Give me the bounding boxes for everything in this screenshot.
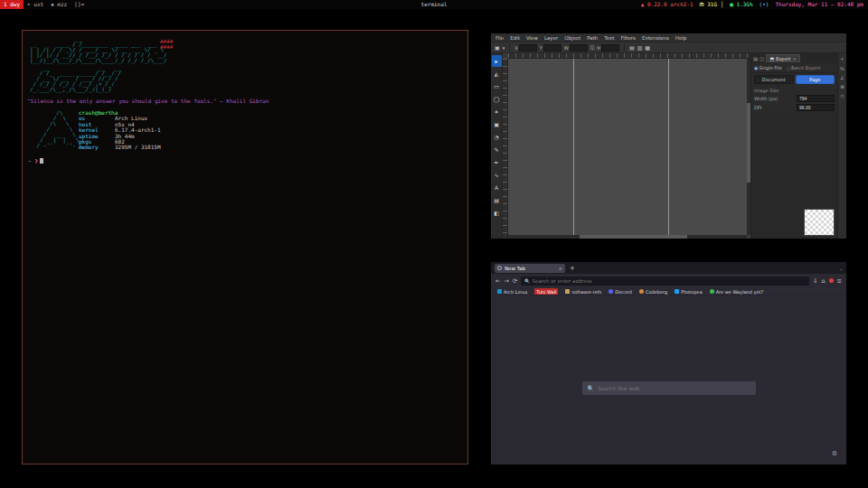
bookmark-photopea[interactable]: Photopea [675,289,703,295]
menu-edit[interactable]: Edit [510,35,520,41]
workspace-tag-3[interactable]: ▪ mzz [47,0,71,9]
y-input[interactable] [543,44,561,52]
snap-grid-icon[interactable]: ⊞ [840,84,844,89]
menu-extensions[interactable]: Extensions [642,35,669,41]
web-search-box[interactable]: 🔍 [582,381,756,395]
menu-view[interactable]: View [526,35,538,41]
inkscape-canvas[interactable] [508,59,747,235]
scale-stroke-icon[interactable]: ▤ [629,44,635,51]
export-width-input[interactable] [797,95,835,102]
x-input[interactable] [519,44,537,52]
w-input[interactable] [570,44,588,52]
menu-object[interactable]: Object [564,35,580,41]
bookmark-arch-linux[interactable]: Arch Linux [497,289,527,295]
tab-title: New Tab [505,266,525,271]
shell-prompt[interactable]: ~ ❯ [28,158,43,164]
h-input[interactable] [601,44,619,52]
snap-global-icon[interactable]: ⌖ [841,56,844,62]
recording-indicator-icon [829,278,834,283]
bookmark-tuts-wall[interactable]: Tuts Wall [534,288,558,295]
tab-close-icon[interactable]: × [559,266,562,271]
browser-navbar: ← → ⟳ 🔍 ⇩ ⌂ ≡ [491,274,846,287]
reload-button[interactable]: ⟳ [513,277,517,285]
scrollbar-thumb[interactable] [580,235,687,239]
batch-export-radio[interactable]: ○ Batch Export [787,65,821,70]
bookmark-are-we-wayland-yet[interactable]: Are we Wayland yet? [710,289,763,295]
focused-window-title: terminal [421,0,448,9]
back-button[interactable]: ← [495,277,500,285]
export-area-document-button[interactable]: Document [754,75,794,84]
tab-list-chevron-icon[interactable]: ⌄ [839,266,843,271]
text-tool[interactable]: A [492,182,502,193]
bookmark-codeberg[interactable]: Codeberg [639,289,667,295]
rectangle-tool[interactable]: ▭ [492,80,502,92]
menu-path[interactable]: Path [587,35,598,41]
export-tab-label: Export [776,56,790,61]
dropper-tool[interactable]: ◧ [492,207,502,219]
downloads-button[interactable]: ⇩ [813,277,817,285]
page-border-left [573,59,574,235]
home-button[interactable]: ⌂ [821,277,825,285]
width-field: W [564,44,588,52]
menu-button[interactable]: ≡ [837,277,842,285]
ellipse-tool[interactable]: ◯ [492,93,502,105]
fetch-row-memory: memory3295M / 31815M [79,145,161,150]
bookmark-favicon-icon [497,289,502,294]
personalize-gear-icon[interactable]: ⚙ [832,450,837,457]
snap-node-icon[interactable]: ◇ [841,93,844,99]
menu-file[interactable]: File [495,35,504,41]
menu-layer[interactable]: Layer [544,35,558,41]
node-tool[interactable]: ◭ [492,68,502,80]
pen-tool[interactable]: ✒ [492,156,502,168]
snap-percent-icon[interactable]: % [840,66,844,71]
new-tab-button[interactable]: + [570,265,575,272]
terminal-window[interactable]: __ _ ____ / /________ ____ ___ ___ | | /… [22,30,468,465]
layout-indicator[interactable]: []= [71,0,88,9]
dock-side-icon-2[interactable]: ◫ [760,56,764,61]
box3d-tool[interactable]: ▣ [492,118,502,130]
snap-angle-icon[interactable]: ∠ [840,75,844,80]
export-dpi-input[interactable] [797,104,835,111]
canvas-horizontal-scrollbar[interactable] [508,235,747,239]
menu-filters[interactable]: Filters [620,35,636,41]
lock-ratio-icon[interactable]: ⚿ [590,44,595,52]
prompt-cwd: ~ [28,157,32,164]
x-label: X [514,45,517,51]
export-tab[interactable]: ⬒ Export × [766,54,799,62]
scale-gradient-icon[interactable]: ▦ [645,44,650,51]
spiral-tool[interactable]: ◔ [492,131,502,143]
calligraphy-tool[interactable]: ∿ [492,169,502,181]
bookmark-discord[interactable]: Discord [609,289,632,295]
workspace-tag-1[interactable]: 1 dwy [0,0,24,9]
dropdown-caret-icon[interactable]: ▾ [503,45,505,51]
inkscape-window: File Edit View Layer Object Path Text Fi… [491,33,846,239]
export-dpi-label: DPI [754,105,761,110]
star-tool[interactable]: ✶ [492,106,502,117]
browser-tab-newtab[interactable]: New Tab × [495,264,565,273]
export-area-page-button[interactable]: Page [796,75,835,84]
scrollbar-thumb[interactable] [747,103,750,183]
address-input[interactable] [533,278,806,284]
scale-corners-icon[interactable]: ▥ [637,44,643,51]
newtab-page-content: 🔍 ⚙ [491,296,846,465]
fetch-key: memory [79,145,115,150]
export-preview-thumbnail [804,209,835,236]
export-tab-close-icon[interactable]: × [793,56,797,61]
height-field: H [597,44,619,52]
selection-mode-icon[interactable]: ▣ [495,44,500,51]
inkscape-toolbox: ▸ ◭ ▭ ◯ ✶ ▣ ◔ ✎ ✒ ∿ A ▤ ◧ [491,53,503,239]
workspace-tag-2[interactable]: • uxt [24,0,47,9]
forward-button[interactable]: → [504,277,508,285]
dock-side-icon-1[interactable]: ▤ [753,56,758,61]
pencil-tool[interactable]: ✎ [492,144,502,155]
web-search-input[interactable] [598,385,750,391]
canvas-vertical-scrollbar[interactable] [747,59,750,235]
bookmark-software-refs[interactable]: software-refs [565,289,601,295]
menu-text[interactable]: Text [604,35,614,41]
export-dpi-row: DPI [751,103,837,112]
single-file-radio[interactable]: ◉ Single File [754,65,782,70]
address-bar[interactable]: 🔍 [521,277,809,286]
gradient-tool[interactable]: ▤ [492,194,502,206]
selector-tool[interactable]: ▸ [492,55,502,67]
menu-help[interactable]: Help [675,35,687,41]
